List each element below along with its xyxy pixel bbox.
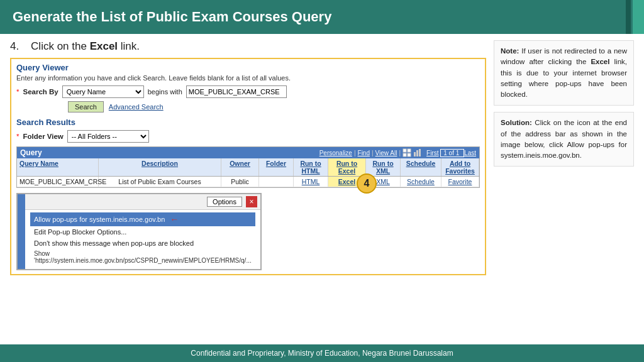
- footer: Confidential and Proprietary, Ministry o…: [0, 344, 644, 362]
- popup-url: Show 'https://system.ineis.moe.gov.bn/ps…: [30, 249, 255, 266]
- popup-blocker-box: Options × Allow pop-ups for system.ineis…: [16, 193, 262, 270]
- accent-bar-2: [633, 0, 644, 34]
- schedule-link[interactable]: Schedule: [407, 178, 435, 185]
- col-run-xml: Run toXML: [366, 158, 401, 176]
- search-by-row: * Search By Query Name begins with: [16, 85, 480, 98]
- col-run-html: Run toHTML: [294, 158, 328, 176]
- popup-item-allow[interactable]: Allow pop-ups for system.ineis.moe.gov.b…: [30, 212, 255, 226]
- html-link[interactable]: HTML: [302, 178, 320, 185]
- right-column: Note: If user is not redirected to a new…: [494, 40, 634, 338]
- popup-sidebar: [18, 194, 25, 269]
- advanced-search-button[interactable]: Advanced Search: [109, 103, 164, 111]
- col-folder: Folder: [259, 158, 294, 176]
- col-query-name: Query Name: [17, 158, 99, 176]
- view-all-link[interactable]: View All: [375, 150, 397, 156]
- note-bold: Excel: [591, 58, 609, 65]
- popup-close-button[interactable]: ×: [246, 196, 257, 207]
- folder-view-label: Folder View: [23, 133, 63, 140]
- search-required-star: *: [16, 88, 19, 96]
- popup-body: Allow pop-ups for system.ineis.moe.gov.b…: [25, 210, 260, 269]
- popup-arrow: ←: [170, 214, 179, 224]
- solution-box: Solution: Click on the icon at the end o…: [494, 112, 634, 167]
- note-label: Note:: [501, 47, 519, 55]
- query-table: Query Personalize | Find | View All |: [16, 146, 480, 188]
- svg-rect-4: [414, 152, 416, 156]
- popup-header: Options ×: [25, 194, 260, 210]
- col-favorites: Add toFavorites: [441, 158, 479, 176]
- excel-link[interactable]: Excel: [338, 178, 355, 185]
- cell-favorite: Favorite: [441, 177, 479, 187]
- cell-description: List of Public Exam Courses: [99, 177, 221, 187]
- folder-required-star: *: [16, 133, 19, 140]
- search-button[interactable]: Search: [68, 101, 104, 112]
- accent-bar-1: [626, 0, 631, 34]
- note-box: Note: If user is not redirected to a new…: [494, 40, 634, 106]
- step-number: 4.: [10, 40, 19, 52]
- page-header: Generate the List of Public Exam Courses…: [0, 0, 644, 34]
- svg-rect-1: [408, 149, 411, 152]
- solution-label: Solution:: [501, 119, 532, 126]
- svg-rect-3: [408, 153, 411, 156]
- step-badge: 4: [357, 173, 377, 194]
- popup-options-button[interactable]: Options: [207, 197, 242, 207]
- last-link[interactable]: Last: [464, 150, 476, 156]
- search-by-select[interactable]: Query Name: [62, 85, 144, 98]
- svg-rect-2: [403, 153, 406, 156]
- qv-instructions: Enter any information you have and click…: [16, 74, 480, 82]
- step-bold: Excel: [90, 40, 118, 52]
- col-owner: Owner: [221, 158, 259, 176]
- svg-rect-6: [419, 149, 421, 156]
- qt-header-title: Query: [20, 148, 42, 157]
- search-results-title: Search Results: [16, 118, 480, 127]
- favorite-link[interactable]: Favorite: [448, 178, 472, 185]
- folder-view-select[interactable]: -- All Folders --: [67, 130, 149, 143]
- qt-column-headers: Query Name Description Owner Folder Run …: [17, 158, 479, 177]
- personalize-link[interactable]: Personalize: [319, 150, 352, 156]
- popup-edit-text: Edit Pop-up Blocker Options...: [34, 228, 126, 236]
- col-schedule: Schedule: [401, 158, 441, 176]
- popup-dont-show-text: Don't show this message when pop-ups are…: [34, 239, 194, 247]
- popup-allow-text: Allow pop-ups for system.ineis.moe.gov.b…: [34, 216, 165, 223]
- popup-item-edit[interactable]: Edit Pop-up Blocker Options...: [30, 226, 255, 238]
- header-accent: [626, 0, 644, 34]
- step-instruction: 4. Click on the Excel link.: [10, 40, 486, 53]
- qv-title: Query Viewer: [16, 63, 480, 72]
- svg-rect-5: [416, 150, 418, 156]
- find-link[interactable]: Find: [358, 150, 370, 156]
- cell-run-html: HTML: [294, 177, 328, 187]
- popup-item-dont-show[interactable]: Don't show this message when pop-ups are…: [30, 238, 255, 249]
- folder-view-row: * Folder View -- All Folders --: [16, 130, 480, 143]
- cell-owner: Public: [221, 177, 259, 187]
- cell-query-name: MOE_PUBLIC_EXAM_CRSE: [17, 177, 99, 187]
- step-text: Click on the: [31, 40, 90, 52]
- search-value-input[interactable]: [186, 85, 287, 98]
- footer-text: Confidential and Proprietary, Ministry o…: [191, 349, 453, 358]
- left-column: 4. Click on the Excel link. Query Viewer…: [10, 40, 486, 338]
- page-number: 1 of 1: [440, 149, 464, 157]
- xml-link[interactable]: XML: [376, 178, 390, 185]
- search-btn-row: Search Advanced Search: [16, 101, 480, 112]
- chart-icon: [413, 148, 422, 157]
- main-content: 4. Click on the Excel link. Query Viewer…: [0, 34, 644, 342]
- search-by-label: Search By: [23, 88, 58, 96]
- qt-header: Query Personalize | Find | View All |: [17, 147, 479, 158]
- cell-folder: [259, 177, 294, 187]
- qt-header-actions: Personalize | Find | View All |: [319, 148, 476, 157]
- col-description: Description: [99, 158, 221, 176]
- first-link[interactable]: First: [426, 150, 438, 156]
- begins-with-label: begins with: [148, 88, 182, 96]
- cell-schedule: Schedule: [401, 177, 441, 187]
- step-suffix: link.: [118, 40, 140, 52]
- header-title: Generate the List of Public Exam Courses…: [13, 9, 331, 25]
- query-viewer-box: Query Viewer Enter any information you h…: [10, 58, 486, 275]
- pagination: First 1 of 1 Last: [426, 150, 476, 156]
- svg-rect-0: [403, 149, 406, 152]
- col-run-excel: Run toExcel: [328, 158, 366, 176]
- table-row: MOE_PUBLIC_EXAM_CRSE List of Public Exam…: [17, 177, 479, 187]
- grid-icon: [402, 148, 411, 157]
